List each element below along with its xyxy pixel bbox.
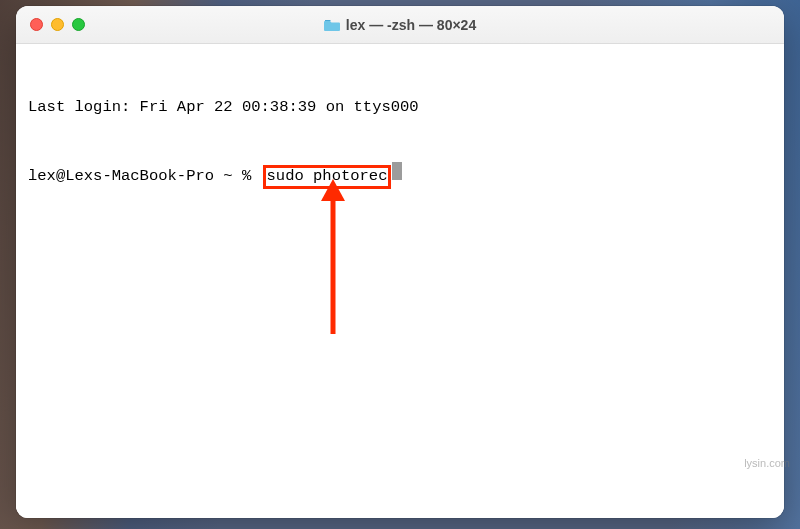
maximize-icon[interactable] <box>72 18 85 31</box>
close-icon[interactable] <box>30 18 43 31</box>
window-controls <box>16 18 85 31</box>
shell-prompt: lex@Lexs-MacBook-Pro ~ % <box>28 166 261 188</box>
last-login-line: Last login: Fri Apr 22 00:38:39 on ttys0… <box>28 97 772 119</box>
command-highlight: sudo photorec <box>263 165 392 189</box>
minimize-icon[interactable] <box>51 18 64 31</box>
terminal-content[interactable]: Last login: Fri Apr 22 00:38:39 on ttys0… <box>16 44 784 518</box>
prompt-line: lex@Lexs-MacBook-Pro ~ % sudo photorec <box>28 162 772 189</box>
watermark-text: lysin.com <box>744 457 790 469</box>
typed-command: sudo photorec <box>267 167 388 185</box>
terminal-window: lex — -zsh — 80×24 Last login: Fri Apr 2… <box>16 6 784 518</box>
window-title: lex — -zsh — 80×24 <box>346 17 476 33</box>
home-folder-icon <box>324 18 340 32</box>
cursor-icon <box>392 162 402 180</box>
window-titlebar[interactable]: lex — -zsh — 80×24 <box>16 6 784 44</box>
title-center: lex — -zsh — 80×24 <box>16 17 784 33</box>
